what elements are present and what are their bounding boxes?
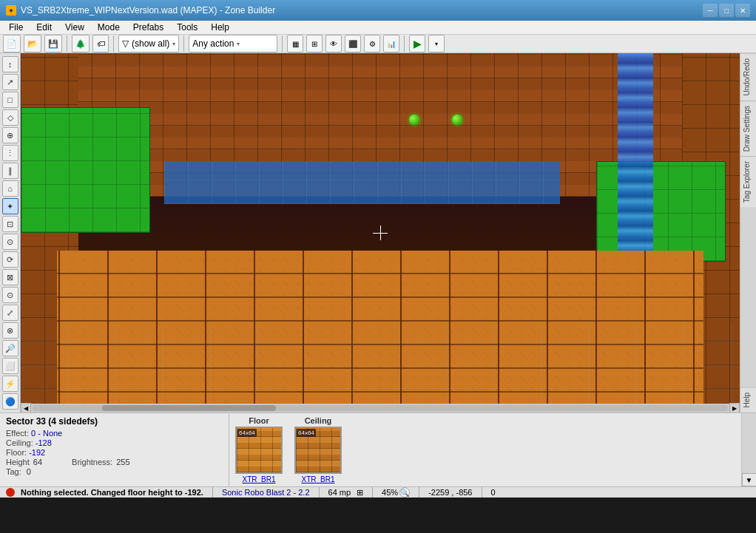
close-button[interactable]: ✕ (735, 4, 750, 17)
height-section: Height 64 (6, 458, 42, 466)
tool-unknown9[interactable]: ⤢ (2, 305, 18, 321)
green-sphere-1 (409, 115, 419, 125)
water-bottom (21, 323, 740, 413)
tool-unknown5[interactable]: ⊙ (2, 234, 18, 250)
ceiling-texture-name[interactable]: XTR_BR1 (301, 475, 334, 483)
tool-unknown14[interactable]: 🔵 (2, 393, 18, 410)
tool-unknown7[interactable]: ⊠ (2, 269, 18, 285)
tool-unknown8[interactable]: ⊙ (2, 287, 18, 303)
status-divider4 (419, 487, 419, 498)
tool-unknown3[interactable]: ⌂ (2, 180, 18, 197)
grid-dots-button[interactable]: ⊞ (306, 35, 323, 52)
help-panel[interactable]: Help (740, 387, 756, 413)
action-dropdown[interactable]: Any action ▾ (189, 35, 277, 52)
menu-prefabs[interactable]: Prefabs (127, 21, 169, 34)
effect-label: Effect: (6, 429, 29, 438)
floor-texture-group: Floor 64x64 XTR_BR1 (235, 416, 283, 483)
zoom-level: 45% (382, 488, 398, 497)
titlebar: ● VS_SRB2Xtreme_WIPNextVersion.wad (MAPE… (0, 0, 756, 21)
zoom-in-button[interactable]: 🔍 (399, 487, 410, 498)
tool-unknown10[interactable]: ⊗ (2, 322, 18, 339)
tool-vertices[interactable]: ↗ (2, 74, 18, 90)
status-divider3 (372, 487, 373, 498)
menu-help[interactable]: Help (205, 21, 235, 34)
menubar: File Edit View Mode Prefabs Tools Help (0, 21, 756, 35)
tool-unknown1[interactable]: ⋮ (2, 145, 18, 161)
menu-tools[interactable]: Tools (171, 21, 203, 34)
floor-row: Floor: -192 (6, 448, 223, 457)
tool-unknown4[interactable]: ⊡ (2, 216, 18, 232)
menu-view[interactable]: View (59, 21, 90, 34)
open-button[interactable]: 📂 (24, 35, 41, 52)
floor-texture-name[interactable]: XTR_BR1 (242, 475, 275, 483)
action-label: Any action (192, 38, 234, 49)
render-button[interactable]: ⬛ (345, 35, 361, 52)
waterfall (618, 53, 654, 251)
tool-active[interactable]: ✦ (2, 198, 18, 214)
height-value: 64 (33, 458, 42, 466)
view-button[interactable]: 👁 (325, 35, 342, 52)
maximize-button[interactable]: □ (719, 4, 734, 17)
ceiling-texture-group: Ceiling 64x64 XTR_BR1 (294, 416, 342, 483)
tool-scroll[interactable]: ↕ (2, 56, 18, 72)
height-row: Height 64 Brightness: 255 (6, 458, 223, 466)
play-dropdown[interactable]: ▾ (428, 35, 445, 52)
scroll-left[interactable]: ◀ (21, 403, 31, 413)
menu-file[interactable]: File (3, 21, 29, 34)
scene (21, 53, 740, 413)
action-arrow: ▾ (237, 41, 240, 47)
toolbar: 📄 📂 💾 🌲 🏷 ▽ (show all) ▾ Any action ▾ ▦ … (0, 35, 756, 53)
menu-mode[interactable]: Mode (92, 21, 126, 34)
draw-settings-panel[interactable]: Draw Settings (740, 101, 756, 156)
green-sphere-2 (452, 115, 462, 125)
titlebar-controls[interactable]: ─ □ ✕ (703, 4, 750, 17)
height-label: Height (6, 458, 30, 466)
floor-texture-box[interactable]: 64x64 (235, 427, 283, 474)
floor-label: Floor: (6, 448, 27, 457)
statusbar: Nothing selected. Changed floor height t… (0, 486, 756, 498)
right-panel: Undo/Redo Draw Settings Tag Explorer Hel… (740, 53, 756, 413)
new-button[interactable]: 📄 (3, 35, 21, 52)
tool-unknown12[interactable]: ⬜ (2, 358, 18, 374)
tool-unknown13[interactable]: ⚡ (2, 376, 18, 392)
tool-unknown11[interactable]: 🔎 (2, 340, 18, 356)
brightness-section: Brightness: 255 (72, 458, 129, 466)
tool-unknown6[interactable]: ⟳ (2, 251, 18, 268)
undo-redo-panel[interactable]: Undo/Redo (740, 53, 756, 101)
scroll-down-button[interactable]: ▼ (742, 473, 757, 486)
h-scroll-track[interactable] (33, 405, 728, 411)
h-scrollbar[interactable]: ◀ ▶ (21, 404, 740, 413)
tag-button[interactable]: 🏷 (92, 35, 109, 52)
tool-things[interactable]: ⊕ (2, 127, 18, 143)
h-scroll-thumb[interactable] (102, 405, 276, 411)
minimize-button[interactable]: ─ (703, 4, 718, 17)
tree-button[interactable]: 🌲 (72, 35, 90, 52)
bottom-panel: Sector 33 (4 sidedefs) Effect: 0 - None … (0, 413, 756, 486)
green-platform-right (596, 161, 726, 262)
status-divider5 (482, 487, 482, 498)
ceiling-texture-box[interactable]: 64x64 (294, 427, 342, 474)
zoom-control: 45% 🔍 (382, 487, 410, 498)
ceiling-label: Ceiling: (6, 438, 33, 447)
main-layout: File Edit View Mode Prefabs Tools Help 📄… (0, 21, 756, 493)
tag-explorer-panel[interactable]: Tag Explorer (740, 156, 756, 207)
filter-dropdown[interactable]: ▽ (show all) ▾ (118, 35, 179, 52)
sector-info: Sector 33 (4 sidedefs) Effect: 0 - None … (0, 413, 229, 486)
save-button[interactable]: 💾 (44, 35, 62, 52)
settings-button[interactable]: ⚙ (364, 35, 380, 52)
menu-edit[interactable]: Edit (30, 21, 58, 34)
status-message: Nothing selected. Changed floor height t… (21, 488, 203, 497)
filter-label: (show all) (132, 38, 169, 49)
ceiling-value: -128 (36, 438, 52, 447)
extra-button[interactable]: 📊 (383, 35, 399, 52)
grid-solid-button[interactable]: ▦ (287, 35, 303, 52)
tool-linedefs[interactable]: □ (2, 92, 18, 108)
tool-sectors[interactable]: ◇ (2, 109, 18, 126)
titlebar-left: ● VS_SRB2Xtreme_WIPNextVersion.wad (MAPE… (6, 5, 275, 16)
tool-unknown2[interactable]: ∥ (2, 163, 18, 179)
misc-value: 0 (491, 488, 496, 497)
scroll-right[interactable]: ▶ (729, 403, 740, 413)
green-platform-left (21, 107, 150, 233)
play-button[interactable]: ▶ (409, 35, 425, 52)
3d-viewport[interactable]: ◀ ▶ (21, 53, 740, 413)
